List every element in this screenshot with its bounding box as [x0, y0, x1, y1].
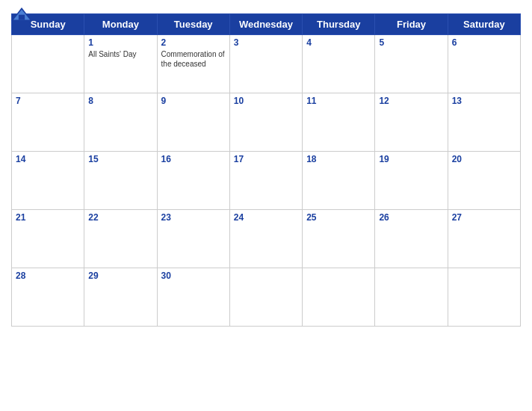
calendar-cell: 4: [303, 35, 375, 93]
day-number: 24: [234, 212, 298, 223]
calendar-cell: 1All Saints' Day: [84, 35, 157, 93]
calendar-cell: 9: [157, 93, 229, 152]
day-number: 25: [306, 212, 371, 223]
calendar-cell: [448, 268, 520, 327]
day-number: 30: [161, 271, 226, 281]
calendar-cell: 14: [12, 152, 84, 210]
day-number: 29: [88, 271, 152, 281]
calendar-cell: 3: [229, 35, 302, 93]
calendar-cell: 27: [448, 210, 520, 268]
day-event: All Saints' Day: [88, 49, 152, 59]
calendar-cell: 29: [84, 268, 157, 327]
calendar-cell: 18: [303, 152, 375, 210]
calendar-cell: 25: [303, 210, 375, 268]
calendar-cell: 16: [157, 152, 229, 210]
day-number: 22: [88, 212, 152, 223]
calendar-cell: 30: [157, 268, 229, 327]
calendar-cell: 12: [375, 93, 448, 152]
calendar-cell: [375, 268, 448, 327]
calendar-cell: 8: [84, 93, 157, 152]
day-number: 3: [234, 37, 298, 48]
calendar-cell: 11: [303, 93, 375, 152]
day-number: 6: [452, 37, 516, 48]
calendar-table: SundayMondayTuesdayWednesdayThursdayFrid…: [11, 13, 521, 327]
day-number: 23: [161, 212, 226, 223]
logo: [11, 7, 32, 21]
day-number: 20: [452, 154, 516, 164]
day-number: 1: [88, 37, 152, 48]
calendar-cell: 22: [84, 210, 157, 268]
day-number: 28: [16, 271, 80, 281]
day-number: 17: [234, 154, 298, 164]
calendar-cell: 2Commemoration of the deceased: [157, 35, 229, 93]
week-row-3: 14151617181920: [12, 152, 521, 210]
day-number: 21: [16, 212, 80, 223]
weekday-header-row: SundayMondayTuesdayWednesdayThursdayFrid…: [12, 14, 521, 35]
day-number: 19: [379, 154, 443, 164]
day-number: 26: [379, 212, 443, 223]
week-row-1: 1All Saints' Day2Commemoration of the de…: [12, 35, 521, 93]
calendar-cell: 21: [12, 210, 84, 268]
weekday-header-tuesday: Tuesday: [157, 14, 229, 35]
calendar-cell: 28: [12, 268, 84, 327]
calendar-cell: [12, 35, 84, 93]
day-number: 7: [16, 96, 80, 106]
weekday-header-thursday: Thursday: [303, 14, 375, 35]
weekday-header-saturday: Saturday: [448, 14, 520, 35]
day-number: 9: [161, 96, 226, 106]
day-number: 10: [234, 96, 298, 106]
calendar-cell: 13: [448, 93, 520, 152]
day-number: 27: [452, 212, 516, 223]
calendar-cell: 23: [157, 210, 229, 268]
calendar-cell: 7: [12, 93, 84, 152]
calendar-cell: [229, 268, 302, 327]
calendar-cell: 20: [448, 152, 520, 210]
day-number: 5: [379, 37, 443, 48]
weekday-header-wednesday: Wednesday: [229, 14, 302, 35]
logo-icon: [11, 7, 32, 21]
day-number: 16: [161, 154, 226, 164]
week-row-5: 282930: [12, 268, 521, 327]
calendar-cell: 17: [229, 152, 302, 210]
calendar-cell: 26: [375, 210, 448, 268]
svg-rect-2: [19, 15, 25, 20]
day-number: 2: [161, 37, 226, 48]
day-number: 11: [306, 96, 371, 106]
calendar-cell: [303, 268, 375, 327]
week-row-4: 21222324252627: [12, 210, 521, 268]
day-number: 15: [88, 154, 152, 164]
week-row-2: 78910111213: [12, 93, 521, 152]
calendar-cell: 10: [229, 93, 302, 152]
day-number: 12: [379, 96, 443, 106]
calendar-cell: 6: [448, 35, 520, 93]
day-event: Commemoration of the deceased: [161, 49, 226, 69]
calendar-cell: 5: [375, 35, 448, 93]
weekday-header-friday: Friday: [375, 14, 448, 35]
day-number: 18: [306, 154, 371, 164]
calendar-cell: 15: [84, 152, 157, 210]
day-number: 8: [88, 96, 152, 106]
calendar-cell: 24: [229, 210, 302, 268]
day-number: 13: [452, 96, 516, 106]
weekday-header-monday: Monday: [84, 14, 157, 35]
calendar-container: SundayMondayTuesdayWednesdayThursdayFrid…: [0, 0, 532, 411]
day-number: 14: [16, 154, 80, 164]
day-number: 4: [306, 37, 371, 48]
calendar-cell: 19: [375, 152, 448, 210]
